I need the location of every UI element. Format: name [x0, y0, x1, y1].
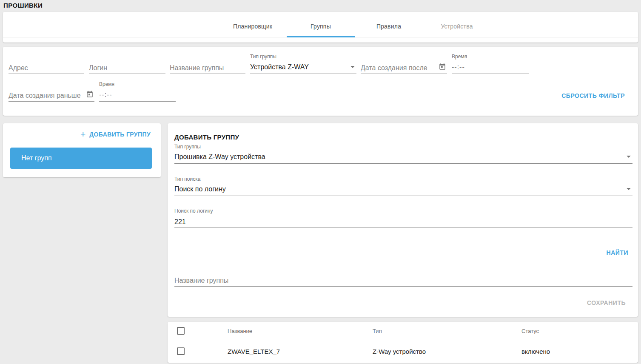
column-header-name: Название — [228, 328, 252, 334]
created-before-input[interactable] — [9, 92, 94, 100]
chevron-down-icon — [627, 188, 631, 190]
calendar-icon[interactable] — [439, 63, 446, 71]
tabs-card: Планировщик Группы Правила Устройства — [3, 12, 638, 43]
tab-scheduler[interactable]: Планировщик — [219, 16, 287, 37]
search-login-input[interactable] — [174, 218, 632, 226]
device-type: Z-Way устройство — [373, 348, 426, 355]
time-before-value: --:-- — [99, 91, 112, 99]
add-group-button-label: ДОБАВИТЬ ГРУППУ — [89, 131, 151, 138]
search-login-label: Поиск по логину — [174, 208, 213, 214]
form-group-type-value: Прошивка Z-Way устройства — [174, 153, 265, 161]
group-name-filter-input[interactable] — [170, 64, 245, 72]
group-type-select[interactable]: Тип группы Устройства Z-WAY — [250, 53, 356, 74]
reset-filter-button[interactable]: СБРОСИТЬ ФИЛЬТР — [561, 92, 625, 99]
row-checkbox-cell — [177, 347, 185, 355]
column-header-type: Тип — [373, 328, 382, 334]
address-input[interactable] — [9, 64, 84, 72]
time-after-field[interactable]: Время --:-- — [452, 53, 529, 74]
created-after-input[interactable] — [361, 64, 447, 72]
save-button[interactable]: СОХРАНИТЬ — [587, 299, 626, 306]
search-type-select[interactable]: Тип поиска Поиск по логину — [174, 175, 632, 196]
address-field — [9, 53, 84, 74]
search-type-label: Тип поиска — [174, 176, 200, 182]
chevron-down-icon — [350, 66, 355, 68]
login-input[interactable] — [89, 64, 165, 72]
add-group-form-card: ДОБАВИТЬ ГРУППУ Тип группы Прошивка Z-Wa… — [168, 123, 638, 317]
select-all-checkbox[interactable] — [177, 327, 185, 335]
search-type-value: Поиск по логину — [174, 185, 226, 193]
device-status: включено — [521, 348, 550, 355]
form-title: ДОБАВИТЬ ГРУППУ — [174, 134, 239, 141]
plus-icon: + — [80, 131, 85, 138]
device-name: ZWAVE_ELTEX_7 — [228, 348, 280, 355]
new-group-name-field — [174, 266, 632, 287]
table-row[interactable]: ZWAVE_ELTEX_7 Z-Way устройство включено — [168, 341, 638, 362]
tab-rules[interactable]: Правила — [355, 16, 423, 37]
page-title: ПРОШИВКИ — [3, 2, 43, 9]
search-login-field: Поиск по логину — [174, 207, 632, 228]
time-before-label: Время — [99, 81, 114, 87]
find-button[interactable]: НАЙТИ — [607, 249, 628, 256]
group-type-value: Устройства Z-WAY — [250, 63, 309, 71]
active-tab-indicator — [287, 36, 355, 37]
filter-card: Тип группы Устройства Z-WAY Время --:-- … — [3, 47, 638, 116]
new-group-name-input[interactable] — [174, 277, 632, 284]
time-after-label: Время — [452, 54, 467, 60]
time-after-value: --:-- — [452, 63, 465, 71]
group-type-label: Тип группы — [250, 54, 276, 60]
tab-devices[interactable]: Устройства — [423, 16, 491, 37]
form-group-type-label: Тип группы — [174, 144, 201, 150]
no-groups-banner: Нет групп — [10, 148, 152, 169]
group-name-filter-field — [170, 53, 245, 74]
time-before-field[interactable]: Время --:-- — [99, 80, 176, 102]
select-all-checkbox-cell — [177, 327, 185, 335]
row-checkbox[interactable] — [177, 347, 185, 355]
no-groups-label: Нет групп — [21, 154, 52, 162]
groups-panel-card: + ДОБАВИТЬ ГРУППУ Нет групп — [3, 123, 161, 177]
form-group-type-select[interactable]: Тип группы Прошивка Z-Way устройства — [174, 143, 632, 164]
table-header-row: Название Тип Статус — [168, 322, 638, 340]
column-header-status: Статус — [521, 328, 539, 334]
login-field — [89, 53, 165, 74]
devices-table-card: Название Тип Статус ZWAVE_ELTEX_7 Z-Way … — [168, 322, 638, 363]
add-group-button[interactable]: + ДОБАВИТЬ ГРУППУ — [80, 131, 151, 138]
tab-groups[interactable]: Группы — [287, 16, 355, 37]
chevron-down-icon — [627, 156, 631, 158]
created-before-field — [9, 80, 94, 102]
created-after-field — [361, 53, 447, 74]
calendar-icon[interactable] — [86, 91, 94, 98]
